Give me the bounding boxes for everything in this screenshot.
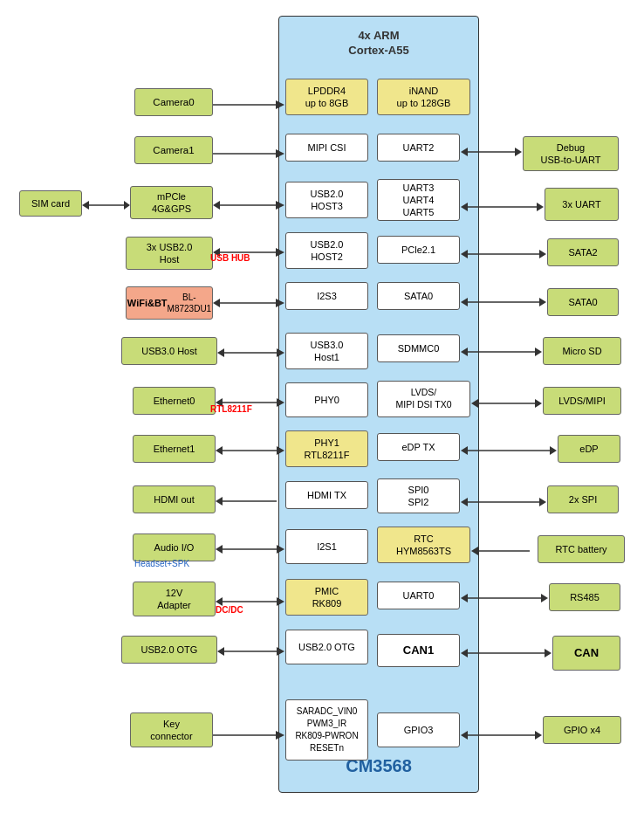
rtcbattery-box: RTC battery (538, 535, 625, 563)
svg-marker-24 (277, 446, 284, 455)
keyconnector-box: Keyconnector (130, 712, 213, 747)
rtl8211f-label: RTL8211F (210, 404, 252, 414)
arrow-uart0 (461, 590, 548, 606)
rtc-box: RTCHYM8563TS (377, 527, 470, 563)
arrow-hdmi (216, 493, 284, 509)
uart2-box: UART2 (377, 134, 460, 162)
usb-hub-label: USB HUB (210, 253, 250, 263)
inand-box: iNANDup to 128GB (377, 79, 470, 115)
cpu-label: 4x ARMCortex-A55 (279, 17, 478, 62)
svg-marker-32 (277, 597, 284, 606)
audioi-box: Audio I/O (133, 533, 216, 561)
usb2otg-box: USB2.0 OTG (121, 636, 217, 664)
arrow-can (461, 645, 552, 661)
i2s3-box: I2S3 (285, 282, 368, 310)
sata2-box: SATA2 (547, 238, 619, 266)
arrow-mpcle (213, 197, 284, 213)
svg-marker-45 (461, 250, 468, 258)
debug-box: DebugUSB-to-UART (523, 136, 619, 171)
svg-marker-68 (461, 649, 468, 657)
usb20host-box: 3x USB2.0Host (126, 237, 213, 270)
arrow-camera0 (213, 96, 284, 114)
svg-marker-40 (515, 148, 522, 156)
svg-marker-39 (461, 148, 468, 156)
phy1rtl-box: PHY1RTL8211F (285, 430, 368, 467)
arrow-uart345 (461, 199, 544, 215)
svg-marker-9 (276, 201, 284, 210)
pcie21-box: PCle2.1 (377, 236, 460, 264)
wifibt-box: WiFi&BTBL-M8723DU1 (126, 286, 213, 320)
svg-marker-35 (277, 647, 284, 656)
svg-marker-66 (541, 594, 548, 602)
edptx-box: eDP TX (377, 433, 460, 461)
hdmiout-box: HDMI out (133, 485, 216, 513)
pmic-box: PMICRK809 (285, 579, 368, 616)
svg-marker-12 (276, 248, 284, 257)
lvdsdsi-box: LVDS/MIPI DSI TX0 (377, 381, 470, 417)
svg-marker-51 (461, 348, 468, 356)
usb2otgc-box: USB2.0 OTG (285, 630, 368, 664)
camera0-box: Camera0 (134, 88, 213, 116)
svg-marker-48 (461, 298, 468, 306)
lvdsmipi-box: LVDS/MIPI (543, 387, 621, 415)
2xspi-box: 2x SPI (547, 485, 619, 513)
svg-marker-72 (535, 731, 542, 740)
svg-marker-46 (539, 250, 546, 258)
arrow-edp (461, 443, 557, 458)
sata0l-box: SATA0 (377, 282, 460, 310)
3xuart-box: 3x UART (545, 188, 619, 221)
arrow-simcard (82, 197, 130, 213)
spi02-box: SPI0SPI2 (377, 478, 460, 513)
arrow-lvds (471, 396, 542, 411)
svg-marker-29 (277, 545, 284, 554)
svg-marker-8 (213, 201, 220, 210)
svg-marker-6 (124, 201, 130, 210)
can-box: CAN (552, 636, 620, 671)
svg-marker-49 (539, 298, 546, 306)
arrow-usb2otg (217, 644, 284, 659)
arrow-pcie (461, 246, 546, 262)
svg-marker-28 (216, 545, 223, 554)
headset-label: Headset+SPK (134, 559, 189, 568)
phy0-box: PHY0 (285, 382, 368, 417)
arrow-uart2-debug (461, 144, 522, 160)
svg-marker-18 (277, 348, 284, 357)
mpcle-box: mPCle4G&GPS (130, 186, 213, 219)
svg-marker-14 (213, 299, 220, 307)
svg-marker-52 (535, 348, 542, 356)
svg-marker-71 (461, 731, 468, 740)
arrow-gpio (461, 727, 542, 743)
hdmitx-box: HDMI TX (285, 481, 368, 509)
svg-marker-37 (276, 731, 284, 740)
12vadapter-box: 12VAdapter (133, 582, 216, 616)
diagram: 4x ARMCortex-A55 CM3568 Camera0 Camera1 … (8, 7, 636, 819)
edp-box: eDP (558, 435, 620, 463)
usb30host1-box: USB3.0Host1 (285, 333, 368, 369)
gpio4-box: GPIO x4 (543, 716, 621, 744)
camera1-box: Camera1 (134, 136, 213, 164)
svg-marker-60 (461, 498, 468, 506)
svg-marker-5 (82, 201, 89, 210)
arrow-sdmmc (461, 344, 542, 360)
svg-marker-3 (276, 149, 284, 158)
ethernet1-box: Ethernet1 (133, 435, 216, 463)
rs485-box: RS485 (549, 583, 620, 611)
arrow-audio (216, 541, 284, 557)
usb20host2-box: USB2.0HOST2 (285, 232, 368, 269)
usb30host-box: USB3.0 Host (121, 337, 217, 365)
svg-marker-21 (277, 398, 284, 407)
svg-marker-54 (471, 399, 478, 408)
saradc-box: SARADC_VIN0PWM3_IRRK809-PWRONRESETn (285, 699, 368, 761)
svg-marker-15 (276, 299, 284, 307)
arrow-camera1 (213, 145, 284, 162)
ethernet0-box: Ethernet0 (133, 387, 216, 415)
svg-marker-57 (461, 446, 468, 455)
uart345-box: UART3UART4UART5 (377, 179, 460, 221)
svg-marker-34 (217, 647, 224, 656)
microsd-box: Micro SD (543, 337, 621, 365)
uart0-box: UART0 (377, 582, 460, 609)
svg-marker-65 (461, 594, 468, 602)
svg-marker-61 (539, 498, 546, 506)
simcard-box: SIM card (19, 190, 82, 217)
dcdc-label: DC/DC (216, 605, 243, 615)
